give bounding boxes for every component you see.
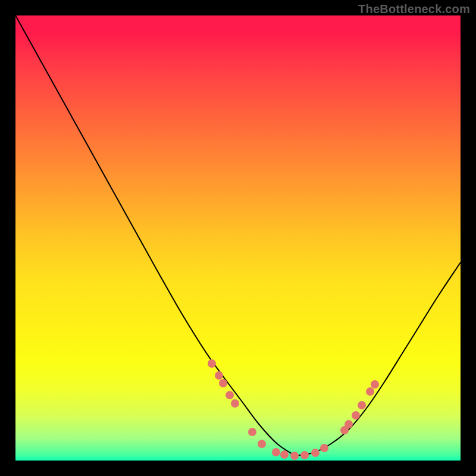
marker-dot: [352, 411, 360, 419]
chart-svg: [15, 15, 461, 461]
curve-lines: [15, 15, 461, 456]
chart-container: TheBottleneck.com: [0, 0, 476, 476]
marker-dot: [208, 359, 216, 368]
marker-dot: [280, 450, 289, 459]
marker-dot: [311, 449, 320, 457]
marker-dot: [226, 391, 234, 399]
marker-dot: [371, 380, 379, 389]
marker-dot: [215, 371, 223, 380]
plot-area: [15, 15, 461, 461]
marker-dot: [366, 387, 374, 396]
marker-dot: [300, 451, 309, 459]
marker-dot: [258, 440, 266, 448]
marker-dot: [231, 399, 239, 408]
watermark-text: TheBottleneck.com: [358, 2, 470, 16]
series-right-curve: [295, 262, 461, 456]
series-left-curve: [15, 15, 295, 456]
curve-markers: [208, 359, 379, 460]
marker-dot: [219, 379, 227, 387]
marker-dot: [358, 401, 366, 409]
marker-dot: [320, 444, 328, 452]
marker-dot: [345, 420, 353, 428]
marker-dot: [248, 428, 256, 436]
marker-dot: [290, 452, 299, 460]
marker-dot: [272, 448, 280, 456]
